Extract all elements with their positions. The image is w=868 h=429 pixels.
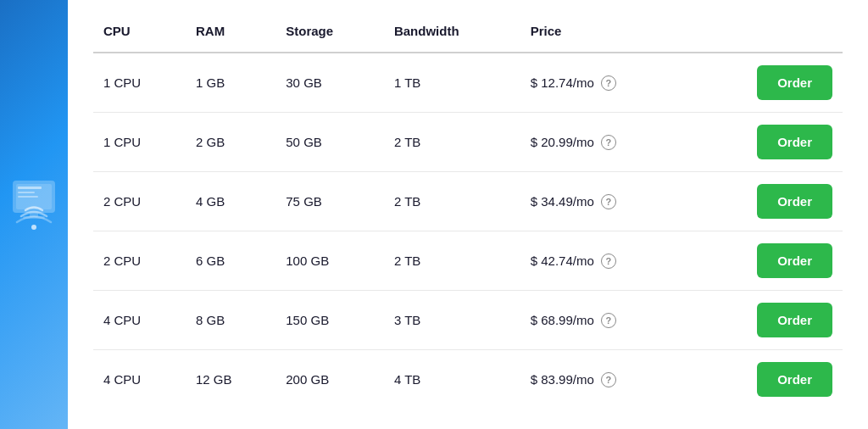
svg-point-5 <box>31 225 36 230</box>
table-row: 2 CPU4 GB75 GB2 TB$ 34.49/mo?Order <box>93 172 843 231</box>
cell-ram: 2 GB <box>186 113 275 172</box>
cell-cpu: 1 CPU <box>93 113 186 172</box>
help-icon[interactable]: ? <box>601 135 616 150</box>
header-ram: RAM <box>186 17 275 53</box>
main-content: CPU RAM Storage Bandwidth Price 1 CPU1 G… <box>68 0 868 429</box>
price-value: $ 68.99/mo <box>531 313 594 327</box>
cell-storage: 150 GB <box>275 291 384 350</box>
header-price: Price <box>520 17 690 53</box>
cell-bandwidth: 2 TB <box>384 231 520 291</box>
cell-ram: 1 GB <box>186 53 275 113</box>
cell-storage: 50 GB <box>275 113 384 172</box>
cell-price: $ 68.99/mo? <box>520 291 690 350</box>
cell-price: $ 12.74/mo? <box>520 53 690 113</box>
table-row: 1 CPU2 GB50 GB2 TB$ 20.99/mo?Order <box>93 113 843 172</box>
cell-order: Order <box>690 350 843 410</box>
cell-price: $ 34.49/mo? <box>520 172 690 231</box>
header-storage: Storage <box>275 17 384 53</box>
help-icon[interactable]: ? <box>601 372 616 387</box>
cell-order: Order <box>690 53 843 113</box>
cell-bandwidth: 1 TB <box>384 53 520 113</box>
cell-storage: 30 GB <box>275 53 384 113</box>
price-value: $ 42.74/mo <box>531 254 594 268</box>
header-cpu: CPU <box>93 17 186 53</box>
cell-order: Order <box>690 172 843 231</box>
help-icon[interactable]: ? <box>601 313 616 328</box>
cell-bandwidth: 2 TB <box>384 172 520 231</box>
sidebar-illustration <box>4 164 64 265</box>
svg-rect-4 <box>18 196 38 198</box>
cell-price: $ 20.99/mo? <box>520 113 690 172</box>
cell-price: $ 83.99/mo? <box>520 350 690 410</box>
svg-rect-7 <box>23 216 45 219</box>
header-action <box>690 17 843 53</box>
price-value: $ 83.99/mo <box>531 372 594 387</box>
price-value: $ 20.99/mo <box>531 135 594 149</box>
pricing-table: CPU RAM Storage Bandwidth Price 1 CPU1 G… <box>93 17 843 409</box>
table-row: 4 CPU12 GB200 GB4 TB$ 83.99/mo?Order <box>93 350 843 410</box>
cell-order: Order <box>690 291 843 350</box>
cell-storage: 100 GB <box>275 231 384 291</box>
cell-bandwidth: 4 TB <box>384 350 520 410</box>
cell-cpu: 2 CPU <box>93 172 186 231</box>
help-icon[interactable]: ? <box>601 75 616 91</box>
cell-price: $ 42.74/mo? <box>520 231 690 291</box>
order-button-4[interactable]: Order <box>757 243 832 278</box>
help-icon[interactable]: ? <box>601 194 616 209</box>
sidebar <box>0 0 68 429</box>
cell-storage: 200 GB <box>275 350 384 410</box>
cell-cpu: 4 CPU <box>93 291 186 350</box>
price-value: $ 34.49/mo <box>531 194 594 209</box>
cell-bandwidth: 2 TB <box>384 113 520 172</box>
cell-storage: 75 GB <box>275 172 384 231</box>
order-button-1[interactable]: Order <box>757 65 832 100</box>
cell-ram: 6 GB <box>186 231 275 291</box>
order-button-2[interactable]: Order <box>757 125 832 159</box>
table-row: 1 CPU1 GB30 GB1 TB$ 12.74/mo?Order <box>93 53 843 113</box>
cell-ram: 8 GB <box>186 291 275 350</box>
header-bandwidth: Bandwidth <box>384 17 520 53</box>
order-button-6[interactable]: Order <box>757 362 832 397</box>
price-value: $ 12.74/mo <box>531 75 594 90</box>
cell-ram: 12 GB <box>186 350 275 410</box>
svg-rect-3 <box>18 192 35 193</box>
svg-rect-2 <box>18 187 42 189</box>
cell-cpu: 4 CPU <box>93 350 186 410</box>
help-icon[interactable]: ? <box>601 254 616 269</box>
cell-bandwidth: 3 TB <box>384 291 520 350</box>
cell-cpu: 1 CPU <box>93 53 186 113</box>
cell-cpu: 2 CPU <box>93 231 186 291</box>
table-row: 2 CPU6 GB100 GB2 TB$ 42.74/mo?Order <box>93 231 843 291</box>
cell-ram: 4 GB <box>186 172 275 231</box>
order-button-5[interactable]: Order <box>757 303 832 337</box>
cell-order: Order <box>690 231 843 291</box>
table-row: 4 CPU8 GB150 GB3 TB$ 68.99/mo?Order <box>93 291 843 350</box>
order-button-3[interactable]: Order <box>757 184 832 219</box>
cell-order: Order <box>690 113 843 172</box>
